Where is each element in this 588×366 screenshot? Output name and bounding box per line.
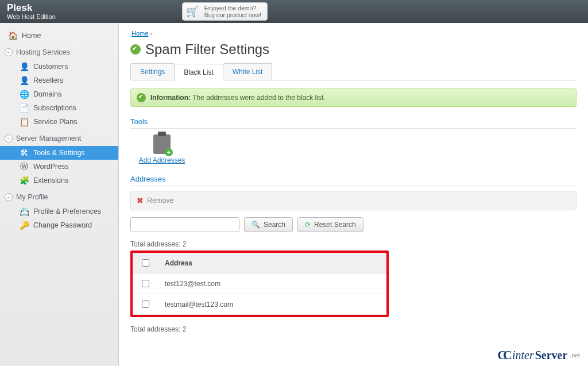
tab-black-list[interactable]: Black List xyxy=(174,64,223,80)
select-all-checkbox[interactable] xyxy=(142,259,149,267)
logo-mark-icon: CC xyxy=(497,348,509,363)
table-header-row: Address xyxy=(133,253,386,273)
sidebar-item-label: Profile & Preferences xyxy=(33,207,101,215)
sidebar-item-customers[interactable]: 👤Customers xyxy=(0,60,118,74)
brand-edition: Web Host Edition xyxy=(7,13,56,20)
sidebar-item-subscriptions[interactable]: 📄Subscriptions xyxy=(0,101,118,115)
reset-search-button[interactable]: ⟳ Reset Search xyxy=(297,217,363,232)
breadcrumb: Home › xyxy=(130,29,577,41)
sidebar-item-extensions[interactable]: 🧩Extensions xyxy=(0,174,118,187)
sidebar-group-profile[interactable]: − My Profile xyxy=(0,187,118,205)
addresses-table-highlight: Address test123@test.com testmail@test12… xyxy=(130,251,389,317)
sidebar-item-domains[interactable]: 🌐Domains xyxy=(0,87,118,101)
sidebar-item-resellers[interactable]: 👤Resellers xyxy=(0,74,118,87)
sidebar-item-label: Tools & Settings xyxy=(33,149,85,157)
puzzle-icon: 🧩 xyxy=(20,176,29,185)
cart-icon xyxy=(186,5,200,18)
promo-button[interactable]: Enjoyed the demo?Buy our product now! xyxy=(182,2,268,21)
top-bar: Plesk Web Host Edition Enjoyed the demo?… xyxy=(0,0,588,23)
sidebar: 🏠 Home − Hosting Services 👤Customers 👤Re… xyxy=(0,23,119,366)
sidebar-item-label: Extensions xyxy=(33,176,68,184)
check-circle-icon xyxy=(130,44,141,55)
promo-text: Enjoyed the demo?Buy our product now! xyxy=(204,5,261,18)
section-tools-label: Tools xyxy=(130,117,577,129)
notice-label: Information: xyxy=(150,94,191,102)
main-content: Home › Spam Filter Settings Settings Bla… xyxy=(119,23,588,366)
check-circle-icon xyxy=(137,93,146,102)
sidebar-item-label: Change Password xyxy=(33,221,92,229)
table-row: test123@test.com xyxy=(133,273,386,294)
sidebar-group-hosting[interactable]: − Hosting Services xyxy=(0,43,118,60)
sidebar-item-profile-prefs[interactable]: 📇Profile & Preferences xyxy=(0,205,118,218)
search-bar: 🔍 Search ⟳ Reset Search xyxy=(130,217,577,232)
sidebar-item-label: Domains xyxy=(33,90,61,98)
sidebar-item-tools-settings[interactable]: 🛠Tools & Settings xyxy=(0,146,118,160)
sidebar-item-service-plans[interactable]: 📋Service Plans xyxy=(0,115,118,129)
collapse-icon: − xyxy=(5,193,13,201)
brand-block: Plesk Web Host Edition xyxy=(7,3,56,21)
search-input[interactable] xyxy=(130,217,239,232)
sidebar-group-label: Hosting Services xyxy=(16,48,70,56)
profile-icon: 📇 xyxy=(20,207,29,216)
add-addresses-tool[interactable]: Add Addresses xyxy=(133,134,191,164)
sidebar-item-wordpress[interactable]: ⓦWordPress xyxy=(0,160,118,174)
column-header-address[interactable]: Address xyxy=(158,253,386,273)
total-count-bottom: Total addresses: 2 xyxy=(130,325,577,333)
tab-white-list[interactable]: White List xyxy=(223,63,273,80)
tools-icon: 🛠 xyxy=(20,148,29,157)
breadcrumb-sep: › xyxy=(150,30,152,37)
add-addresses-link[interactable]: Add Addresses xyxy=(139,156,185,164)
address-cell: testmail@test123.com xyxy=(158,294,386,315)
sidebar-item-label: Customers xyxy=(33,63,68,71)
addresses-toolbar: ✖ Remove xyxy=(130,191,577,210)
section-addresses-label: Addresses xyxy=(130,175,577,186)
globe-icon: 🌐 xyxy=(20,90,29,99)
document-icon: 📄 xyxy=(20,103,29,113)
person-icon: 👤 xyxy=(20,62,29,71)
sidebar-item-label: Service Plans xyxy=(33,118,77,126)
collapse-icon: − xyxy=(5,134,13,142)
footer-logo: CC interServer.net xyxy=(497,348,580,363)
x-icon: ✖ xyxy=(137,196,144,205)
address-cell: test123@test.com xyxy=(158,273,386,294)
sidebar-item-label: Resellers xyxy=(33,76,63,84)
key-icon: 🔑 xyxy=(20,221,29,230)
addresses-table: Address test123@test.com testmail@test12… xyxy=(133,253,386,315)
home-icon: 🏠 xyxy=(8,31,17,40)
sidebar-item-label: Subscriptions xyxy=(33,104,76,112)
sidebar-item-label: Home xyxy=(22,32,41,40)
sidebar-group-label: Server Management xyxy=(16,134,81,142)
row-checkbox[interactable] xyxy=(142,300,149,308)
person-icon: 👤 xyxy=(20,76,29,85)
clipboard-plus-icon xyxy=(153,134,171,154)
notice-text: The addresses were added to the black li… xyxy=(192,94,325,102)
row-checkbox[interactable] xyxy=(142,280,149,287)
sidebar-item-home[interactable]: 🏠 Home xyxy=(0,29,118,43)
tab-settings[interactable]: Settings xyxy=(130,63,175,80)
info-notice: Information: The addresses were added to… xyxy=(130,88,577,107)
sidebar-group-server[interactable]: − Server Management xyxy=(0,129,118,146)
refresh-icon: ⟳ xyxy=(305,221,311,229)
breadcrumb-home-link[interactable]: Home xyxy=(131,30,148,37)
wordpress-icon: ⓦ xyxy=(20,162,29,171)
search-button[interactable]: 🔍 Search xyxy=(244,217,293,232)
sidebar-item-change-password[interactable]: 🔑Change Password xyxy=(0,218,118,232)
remove-button[interactable]: Remove xyxy=(147,197,174,205)
sidebar-group-label: My Profile xyxy=(16,193,48,201)
clipboard-icon: 📋 xyxy=(20,117,29,126)
tabs: Settings Black List White List xyxy=(130,63,577,80)
total-count-top: Total addresses: 2 xyxy=(130,240,577,248)
table-row: testmail@test123.com xyxy=(133,294,386,315)
page-title: Spam Filter Settings xyxy=(130,41,577,57)
brand-name: Plesk xyxy=(7,3,56,14)
sidebar-item-label: WordPress xyxy=(33,163,69,171)
collapse-icon: − xyxy=(5,48,13,56)
magnifier-icon: 🔍 xyxy=(252,221,260,229)
